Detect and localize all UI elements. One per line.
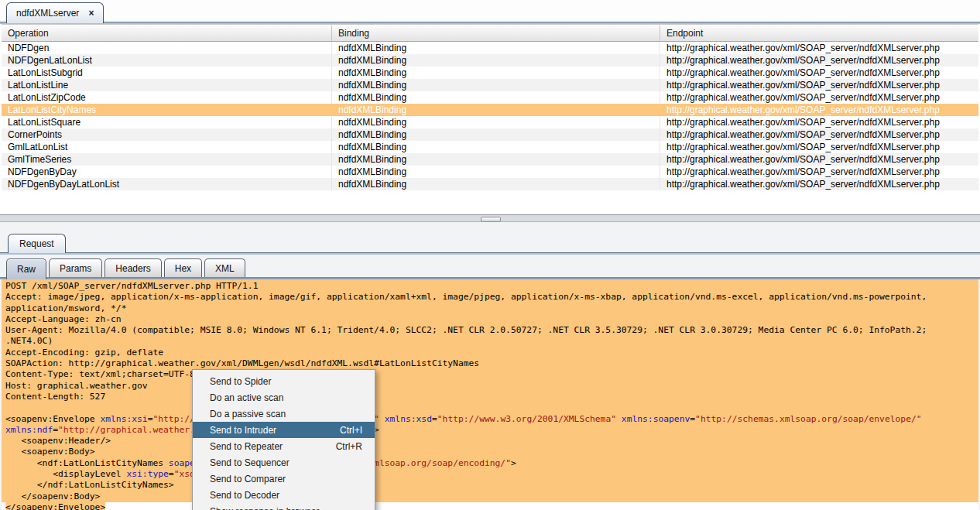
table-row-gmltimeseries[interactable]: GmlTimeSeriesndfdXMLBindinghttp://graphi… bbox=[2, 153, 978, 166]
table-header: OperationBindingEndpoint bbox=[2, 24, 978, 42]
cell-operation: NDFDgenLatLonList bbox=[2, 54, 332, 67]
cell-binding: ndfdXMLBinding bbox=[332, 79, 660, 91]
column-header-operation[interactable]: Operation bbox=[2, 25, 332, 42]
column-header-binding[interactable]: Binding bbox=[332, 25, 660, 42]
cell-endpoint: http://graphical.weather.gov/xml/SOAP_se… bbox=[660, 67, 978, 79]
menu-item-label: Send to Spider bbox=[210, 376, 271, 387]
table-row-ndfdgen[interactable]: NDFDgenndfdXMLBindinghttp://graphical.we… bbox=[2, 42, 978, 54]
request-line: SOAPAction: http://graphical.weather.gov… bbox=[5, 358, 978, 369]
menu-item-send-to-comparer[interactable]: Send to Comparer bbox=[193, 471, 375, 487]
table-row-gmllatlonlist[interactable]: GmlLatLonListndfdXMLBindinghttp://graphi… bbox=[2, 141, 978, 153]
main-tab-strip: ndfdXMLserver × bbox=[0, 0, 980, 22]
table-row-ndfdgenlatlonlist[interactable]: NDFDgenLatLonListndfdXMLBindinghttp://gr… bbox=[2, 54, 978, 67]
cell-operation: LatLonListZipCode bbox=[2, 91, 332, 104]
table-row-latlonlistsquare[interactable]: LatLonListSquarendfdXMLBindinghttp://gra… bbox=[2, 116, 978, 128]
cell-operation: NDFDgenByDayLatLonList bbox=[2, 178, 332, 190]
table-row-latlonlistzipcode[interactable]: LatLonListZipCodendfdXMLBindinghttp://gr… bbox=[2, 91, 978, 104]
cell-operation: GmlTimeSeries bbox=[2, 153, 332, 166]
cell-operation: NDFDgenByDay bbox=[2, 166, 332, 178]
request-line: <soapenv:Header/> bbox=[5, 436, 978, 447]
request-line: </soapenv:Envelope> bbox=[5, 502, 978, 510]
cell-operation: NDFDgen bbox=[2, 42, 332, 54]
cell-endpoint: http://graphical.weather.gov/xml/SOAP_se… bbox=[660, 54, 978, 67]
cell-binding: ndfdXMLBinding bbox=[332, 128, 660, 141]
request-line: <ndf:LatLonListCityNames soapenv:encodin… bbox=[5, 458, 978, 469]
cell-operation: LatLonListSubgrid bbox=[2, 67, 332, 79]
tab-title: ndfdXMLserver bbox=[16, 8, 79, 19]
table-row-ndfdgenbydaylatlonlist[interactable]: NDFDgenByDayLatLonListndfdXMLBindinghttp… bbox=[2, 178, 978, 190]
menu-shortcut: Ctrl+R bbox=[336, 441, 362, 452]
menu-item-label: Do an active scan bbox=[210, 392, 283, 403]
menu-item-send-to-sequencer[interactable]: Send to Sequencer bbox=[193, 454, 375, 471]
tab-raw[interactable]: Raw bbox=[6, 258, 46, 279]
table-row-latlonlistcitynames[interactable]: LatLonListCityNamesndfdXMLBindinghttp://… bbox=[2, 104, 978, 116]
cell-binding: ndfdXMLBinding bbox=[332, 42, 660, 54]
request-line: </ndf:LatLonListCityNames> bbox=[5, 480, 978, 491]
table-row-ndfdgenbyday[interactable]: NDFDgenByDayndfdXMLBindinghttp://graphic… bbox=[2, 166, 978, 178]
request-last-line: </soapenv:Envelope> bbox=[2, 502, 978, 510]
cell-binding: ndfdXMLBinding bbox=[332, 104, 660, 116]
request-line: .NET4.0C) bbox=[5, 336, 978, 347]
splitter-grip-icon[interactable] bbox=[481, 217, 501, 222]
cell-binding: ndfdXMLBinding bbox=[332, 54, 660, 67]
column-header-endpoint[interactable]: Endpoint bbox=[660, 25, 978, 42]
close-icon[interactable]: × bbox=[88, 9, 94, 18]
request-line: Content-Type: text/xml;charset=UTF-8 bbox=[5, 369, 978, 380]
menu-item-send-to-decoder[interactable]: Send to Decoder bbox=[193, 487, 375, 503]
request-line: Content-Length: 527 bbox=[5, 392, 978, 402]
menu-item-label: Send to Repeater bbox=[210, 441, 283, 452]
table-row-latlonlistline[interactable]: LatLonListLinendfdXMLBindinghttp://graph… bbox=[2, 79, 978, 91]
request-line: xmlns:ndf="http://graphical.weather.gov/… bbox=[5, 425, 978, 436]
cell-binding: ndfdXMLBinding bbox=[332, 141, 660, 153]
request-line bbox=[5, 402, 978, 413]
editor-tabbar: RawParamsHeadersHexXML bbox=[6, 258, 245, 279]
cell-endpoint: http://graphical.weather.gov/xml/SOAP_se… bbox=[660, 141, 978, 153]
menu-item-do-a-passive-scan[interactable]: Do a passive scan bbox=[193, 406, 375, 422]
menu-item-send-to-intruder[interactable]: Send to IntruderCtrl+I bbox=[193, 422, 375, 438]
cell-binding: ndfdXMLBinding bbox=[332, 116, 660, 128]
cell-operation: GmlLatLonList bbox=[2, 141, 332, 153]
menu-item-send-to-repeater[interactable]: Send to RepeaterCtrl+R bbox=[193, 438, 375, 454]
tab-headers[interactable]: Headers bbox=[105, 258, 161, 277]
request-line: Accept: image/jpeg, application/x-ms-app… bbox=[5, 292, 978, 303]
menu-shortcut: Ctrl+I bbox=[340, 425, 362, 436]
menu-item-label: Do a passive scan bbox=[210, 409, 286, 419]
request-tab-label: Request bbox=[19, 238, 54, 249]
request-selected-block: POST /xml/SOAP_server/ndfdXMLserver.php … bbox=[2, 279, 978, 502]
menu-item-do-an-active-scan[interactable]: Do an active scan bbox=[193, 389, 375, 406]
menu-item-label: Send to Decoder bbox=[210, 490, 279, 501]
menu-item-label: Send to Intruder bbox=[210, 425, 276, 436]
cell-binding: ndfdXMLBinding bbox=[332, 153, 660, 166]
cell-operation: CornerPoints bbox=[2, 128, 332, 141]
operations-table: OperationBindingEndpoint NDFDgenndfdXMLB… bbox=[2, 24, 978, 190]
cell-binding: ndfdXMLBinding bbox=[332, 91, 660, 104]
menu-item-label: Show response in browser bbox=[210, 506, 319, 510]
cell-endpoint: http://graphical.weather.gov/xml/SOAP_se… bbox=[660, 128, 978, 141]
cell-endpoint: http://graphical.weather.gov/xml/SOAP_se… bbox=[660, 116, 978, 128]
tab-request[interactable]: Request bbox=[8, 234, 66, 253]
tab-hex[interactable]: Hex bbox=[164, 258, 202, 277]
request-editor[interactable]: POST /xml/SOAP_server/ndfdXMLserver.php … bbox=[2, 279, 978, 510]
cell-endpoint: http://graphical.weather.gov/xml/SOAP_se… bbox=[660, 91, 978, 104]
cell-binding: ndfdXMLBinding bbox=[332, 67, 660, 79]
request-tab-border-light bbox=[0, 253, 980, 255]
horizontal-splitter[interactable] bbox=[0, 214, 980, 222]
request-line: POST /xml/SOAP_server/ndfdXMLserver.php … bbox=[5, 281, 978, 292]
request-line: Accept-Encoding: gzip, deflate bbox=[5, 347, 978, 358]
tab-xml[interactable]: XML bbox=[204, 258, 245, 277]
request-line: application/msword, */* bbox=[5, 303, 978, 314]
table-row-cornerpoints[interactable]: CornerPointsndfdXMLBindinghttp://graphic… bbox=[2, 128, 978, 141]
menu-item-send-to-spider[interactable]: Send to Spider bbox=[193, 373, 375, 389]
request-panel: Request RawParamsHeadersHexXML POST /xml… bbox=[0, 222, 980, 510]
menu-item-show-response-in-browser[interactable]: Show response in browser bbox=[193, 503, 375, 510]
tab-ndfdxmlserver[interactable]: ndfdXMLserver × bbox=[6, 2, 104, 23]
request-line: Host: graphical.weather.gov bbox=[5, 381, 978, 392]
cell-operation: LatLonListLine bbox=[2, 79, 332, 91]
request-line: <soapenv:Envelope xmlns:xsi="http://www.… bbox=[5, 414, 978, 425]
cell-endpoint: http://graphical.weather.gov/xml/SOAP_se… bbox=[660, 104, 978, 116]
request-line: <soapenv:Body> bbox=[5, 447, 978, 457]
request-line: Accept-Language: zh-cn bbox=[5, 314, 978, 325]
table-row-latlonlistsubgrid[interactable]: LatLonListSubgridndfdXMLBindinghttp://gr… bbox=[2, 67, 978, 79]
cell-endpoint: http://graphical.weather.gov/xml/SOAP_se… bbox=[660, 79, 978, 91]
tab-params[interactable]: Params bbox=[49, 258, 102, 277]
